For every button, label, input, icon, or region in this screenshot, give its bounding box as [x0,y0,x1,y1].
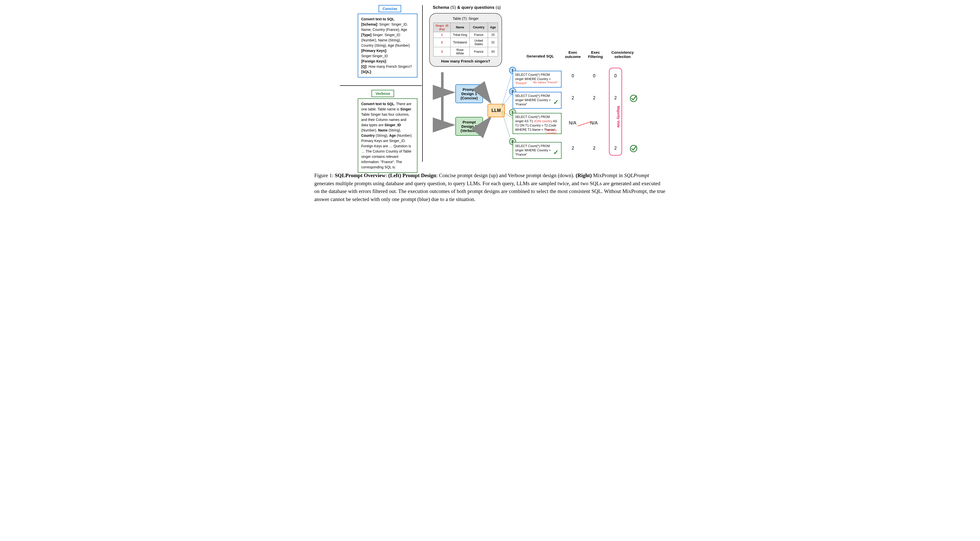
schema-title: Schema (S) & query questions (q) [433,5,501,10]
exec-filter-2: 2 [589,95,599,101]
table-row: 2TimbalandUnited States32 [434,38,498,47]
exec-outcome-2: 2 [568,95,578,101]
col-generated-sql: Generated SQL [520,54,560,58]
exec-outcome-3: N/A [566,121,579,126]
arrow-pd1-llm [483,90,493,99]
exec-outcome-4: 2 [568,146,578,151]
table-row: 3Rose WhiteFrance43 [434,47,498,57]
consistency-4: 2 [611,146,620,151]
selected-check-icon [630,94,638,104]
check-icon: ✓ [553,98,559,106]
tag-verbose: Verbose [372,90,394,97]
figure-caption: Figure 1: SQLPrompt Overview: (Left) Pro… [314,171,666,203]
col-exec-outcome: Exec outcome [562,50,584,59]
tag-concise: Concise [379,5,401,12]
divider-vertical [422,5,423,162]
verbose-box: Convert text to SQL. There are one table… [358,98,417,173]
exec-filter-3: N/A [587,121,600,126]
exec-filter-1: 0 [589,73,599,79]
table-caption: Table (T): Singer [433,17,498,21]
error-note-1: No values "French" [533,81,558,84]
arrow-pd2-llm [483,118,493,129]
consistency-1: 0 [611,73,620,79]
selected-check-icon [630,144,638,154]
check-icon: ✓ [553,149,559,156]
exec-filter-4: 2 [589,146,599,151]
table-row: 1Tribal KingFrance25 [434,32,498,38]
consistency-2: 2 [611,95,620,101]
col-exec-filtering: Exec Filtering [584,50,607,59]
prompt-design-1: PromptDesign 1(Concise) [455,84,483,103]
col-consistency: Consistency selection [608,50,638,59]
concise-box: Convert text to SQL. [Schema]: Singer: S… [358,14,417,78]
exec-outcome-1: 0 [568,73,578,79]
diagram-root: Concise Convert text to SQL. [Schema]: S… [307,5,673,166]
query-question: How many French singers? [433,59,498,63]
divider-horizontal [340,85,422,86]
schema-table: Singer_ID(Kp) Name Country Age 1Tribal K… [433,22,498,57]
sql-box-1: SELECT Count(*) FROM singer WHERE Countr… [512,71,562,87]
schema-card: Table (T): Singer Singer_ID(Kp) Name Cou… [429,13,502,67]
arrow-schema-branch [435,72,457,138]
prompt-design-2: PromptDesign 2(Verbose) [455,117,483,136]
majority-vote-label: Majority Vote [617,106,620,128]
error-note-3: No table"country" [545,129,557,135]
